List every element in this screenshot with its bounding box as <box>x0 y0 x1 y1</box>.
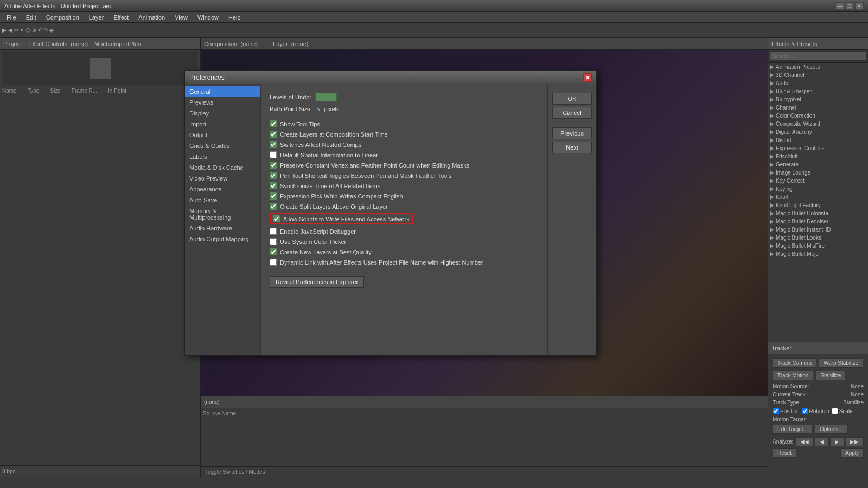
pref-checkbox-switchesAffect[interactable] <box>270 141 277 148</box>
minimize-btn[interactable]: — <box>835 2 844 10</box>
path-point-size-value: 5 <box>316 106 320 112</box>
pref-checkbox-useSystemColor[interactable] <box>270 238 277 245</box>
effects-search-input[interactable] <box>770 52 866 61</box>
pref-sidebar-item-videoPreview[interactable]: Video Preview <box>185 173 260 184</box>
effects-presets-panel: Effects & Presets Animation Presets3D Ch… <box>768 38 868 342</box>
pref-sidebar-item-mediaDiskCache[interactable]: Media & Disk Cache <box>185 162 260 173</box>
effect-category-11[interactable]: Frischluft <box>768 152 868 160</box>
pref-checkbox-createLayers[interactable] <box>270 131 277 138</box>
effect-category-18[interactable]: Magic Bullet Colorista <box>768 209 868 217</box>
effect-category-5[interactable]: Channel <box>768 104 868 112</box>
maximize-btn[interactable]: □ <box>845 2 854 10</box>
pref-checkbox-createSplit[interactable] <box>270 203 277 210</box>
edit-target-btn[interactable]: Edit Target... <box>773 425 813 434</box>
next-btn[interactable]: Next <box>552 142 592 153</box>
pref-checkbox-allowScripts[interactable] <box>273 215 280 222</box>
composition-tab[interactable]: Composition: (none) <box>204 41 258 47</box>
pref-checkbox-showToolTips[interactable] <box>270 120 277 127</box>
effect-category-0[interactable]: Animation Presets <box>768 63 868 71</box>
pref-sidebar-item-output[interactable]: Output <box>185 130 260 140</box>
pref-checkbox-defaultSpatial[interactable] <box>270 151 277 158</box>
menu-edit[interactable]: Edit <box>22 13 41 22</box>
effect-category-23[interactable]: Magic Bullet Mojo <box>768 250 868 258</box>
pref-sidebar-item-general[interactable]: General <box>185 86 260 97</box>
pref-checkbox-penToolShortcut[interactable] <box>270 172 277 179</box>
pref-sidebar-item-import[interactable]: Import <box>185 119 260 130</box>
effect-category-20[interactable]: Magic Bullet InstantHD <box>768 226 868 234</box>
pref-checkbox-enableJavaScript[interactable] <box>270 228 277 235</box>
tracker-content: Track Camera Warp Stabilize Track Motion… <box>768 354 868 462</box>
scale-checkbox[interactable] <box>832 408 838 414</box>
track-camera-btn[interactable]: Track Camera <box>773 358 816 368</box>
motion-source-value: None <box>851 383 864 389</box>
menu-effect[interactable]: Effect <box>109 13 133 22</box>
pref-sidebar-item-appearance[interactable]: Appearance <box>185 184 260 195</box>
position-checkbox[interactable] <box>773 408 779 414</box>
timeline-comp-tab[interactable]: (none) <box>204 399 220 405</box>
levels-of-undo-input[interactable]: 32 <box>315 93 337 101</box>
effect-category-7[interactable]: Composite Wizard <box>768 120 868 128</box>
mocha-tab[interactable]: MochaImportPlus <box>94 41 141 47</box>
menu-view[interactable]: View <box>170 13 192 22</box>
close-btn[interactable]: ✕ <box>855 2 864 10</box>
rotation-checkbox[interactable] <box>802 408 808 414</box>
effect-category-13[interactable]: Image Lounge <box>768 169 868 177</box>
previous-btn[interactable]: Previous <box>552 127 592 139</box>
pref-sidebar-item-gridsGuides[interactable]: Grids & Guides <box>185 140 260 151</box>
reveal-prefs-btn[interactable]: Reveal Preferences in Explorer <box>270 276 364 288</box>
effect-controls-tab[interactable]: Effect Controls: (none) <box>28 41 88 47</box>
effect-category-8[interactable]: Digital Anarchy <box>768 128 868 136</box>
reset-btn[interactable]: Reset <box>773 448 796 458</box>
analyze-prev-btn[interactable]: ◀ <box>815 437 829 446</box>
options-btn[interactable]: Options... <box>815 425 848 434</box>
layer-tab[interactable]: Layer: (none) <box>273 41 308 47</box>
track-motion-btn[interactable]: Track Motion <box>773 371 813 380</box>
effect-category-9[interactable]: Distort <box>768 136 868 144</box>
menu-animation[interactable]: Animation <box>134 13 169 22</box>
pref-checkbox-synchronizeTime[interactable] <box>270 182 277 189</box>
pref-checkbox-preserveConstant[interactable] <box>270 162 277 169</box>
effect-category-22[interactable]: Magic Bullet MisFire <box>768 242 868 250</box>
effect-category-14[interactable]: Key Correct <box>768 177 868 185</box>
analyze-fwd-btn[interactable]: ▶▶ <box>845 437 864 446</box>
analyze-back-btn[interactable]: ◀◀ <box>795 437 814 446</box>
menu-file[interactable]: File <box>2 13 21 22</box>
menu-composition[interactable]: Composition <box>42 13 84 22</box>
pref-sidebar-item-autoSave[interactable]: Auto-Save <box>185 195 260 206</box>
pref-checkbox-createNewLayers[interactable] <box>270 248 277 255</box>
menu-window[interactable]: Window <box>193 13 223 22</box>
pref-checkbox-dynamicLink[interactable] <box>270 259 277 266</box>
effect-category-1[interactable]: 3D Channel <box>768 71 868 79</box>
effect-category-2[interactable]: Audio <box>768 79 868 87</box>
pref-sidebar-item-previews[interactable]: Previews <box>185 97 260 108</box>
pref-checkbox-expressionPick[interactable] <box>270 192 277 200</box>
effect-category-12[interactable]: Generate <box>768 160 868 169</box>
analyze-next-btn[interactable]: ▶ <box>830 437 844 446</box>
menu-help[interactable]: Help <box>224 13 245 22</box>
bit-depth[interactable]: 8 bpc <box>2 468 15 474</box>
cancel-btn[interactable]: Cancel <box>552 107 592 119</box>
effect-category-16[interactable]: Knoll <box>768 193 868 201</box>
ok-btn[interactable]: OK <box>552 93 592 105</box>
dialog-close-btn[interactable]: ✕ <box>583 73 592 82</box>
effect-category-10[interactable]: Expression Controls <box>768 144 868 152</box>
pref-sidebar-item-memoryMultiprocessing[interactable]: Memory & Multiprocessing <box>185 206 260 223</box>
pref-checkbox-row-createNewLayers: Create New Layers at Best Quality <box>270 247 539 257</box>
effect-category-6[interactable]: Color Correction <box>768 112 868 120</box>
apply-btn[interactable]: Apply <box>840 448 864 458</box>
effect-category-4[interactable]: Blurrypixel <box>768 95 868 104</box>
effect-category-17[interactable]: Knoll Light Factory <box>768 201 868 209</box>
project-tab[interactable]: Project <box>3 41 22 47</box>
effect-category-21[interactable]: Magic Bullet Looks <box>768 234 868 242</box>
effects-presets-tab[interactable]: Effects & Presets <box>771 41 817 47</box>
stabilize-btn[interactable]: Stabilize <box>815 371 846 380</box>
pref-sidebar-item-audioOutputMapping[interactable]: Audio Output Mapping <box>185 234 260 245</box>
effect-category-3[interactable]: Blur & Sharpen <box>768 87 868 95</box>
menu-layer[interactable]: Layer <box>85 13 108 22</box>
pref-sidebar-item-audioHardware[interactable]: Audio Hardware <box>185 223 260 234</box>
pref-sidebar-item-display[interactable]: Display <box>185 108 260 119</box>
warp-stabilize-btn[interactable]: Warp Stabilize <box>819 358 863 368</box>
pref-sidebar-item-labels[interactable]: Labels <box>185 151 260 162</box>
effect-category-19[interactable]: Magic Bullet Denoiser <box>768 217 868 226</box>
effect-category-15[interactable]: Keying <box>768 185 868 193</box>
